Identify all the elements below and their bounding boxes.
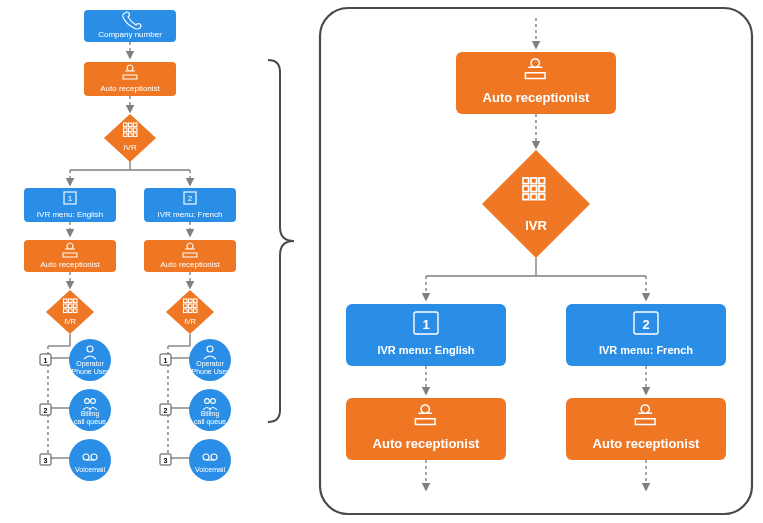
auto-receptionist-label: Auto receptionist: [100, 84, 160, 93]
company-number-label: Company number: [98, 30, 162, 39]
option-right-2: 2 Billing call queue: [160, 389, 231, 431]
zoom-ivr: IVR: [482, 150, 590, 258]
option-voicemail-label: Voicemail: [75, 466, 105, 473]
option-billing-label: Billing: [81, 410, 100, 418]
zoom-ivr-label: IVR: [525, 218, 547, 233]
key-1: 1: [44, 357, 48, 364]
brace: [268, 60, 294, 422]
zoom-ar-left-label: Auto receptionist: [373, 436, 481, 451]
node-ivr-top: IVR: [104, 114, 156, 162]
svg-marker-56: [482, 150, 590, 258]
svg-marker-31: [104, 114, 156, 162]
ivr-menu-french-label: IVR menu: French: [158, 210, 223, 219]
key-1: 1: [164, 357, 168, 364]
mini-flowchart: Company number Auto receptionist IVR 1 I…: [24, 10, 236, 481]
option-billing-sub: call queue: [194, 418, 226, 426]
ivr-right-label: IVR: [184, 318, 196, 325]
zoom-ivr-menu-english: 1 IVR menu: English: [346, 304, 506, 366]
svg-rect-59: [346, 304, 506, 366]
zoom-auto-receptionist-label: Auto receptionist: [483, 90, 591, 105]
node-auto-receptionist-right: Auto receptionist: [144, 240, 236, 272]
zoom-ar-right-label: Auto receptionist: [593, 436, 701, 451]
node-ivr-right: IVR: [166, 290, 214, 334]
zoom-digit-2: 2: [642, 317, 649, 332]
option-operator-label: Operator: [76, 360, 104, 368]
option-operator-sub: (Phone User): [69, 368, 111, 376]
digit-1: 1: [68, 194, 73, 203]
digit-2: 2: [188, 194, 193, 203]
ivr-label: IVR: [123, 143, 137, 152]
option-operator-label: Operator: [196, 360, 224, 368]
zoom-menu-french-label: IVR menu: French: [599, 344, 693, 356]
node-ivr-menu-english: 1 IVR menu: English: [24, 188, 116, 222]
option-right-3: 3 Voicemail: [160, 439, 231, 481]
zoom-auto-receptionist-right: Auto receptionist: [566, 398, 726, 460]
key-2: 2: [164, 407, 168, 414]
ivr-menu-english-label: IVR menu: English: [37, 210, 103, 219]
zoom-panel: Auto receptionist IVR 1 IVR menu: Englis…: [320, 8, 752, 514]
node-company-number: Company number: [84, 10, 176, 42]
key-3: 3: [164, 457, 168, 464]
ivr-left-label: IVR: [64, 318, 76, 325]
zoom-ivr-menu-french: 2 IVR menu: French: [566, 304, 726, 366]
option-billing-sub: call queue: [74, 418, 106, 426]
zoom-menu-english-label: IVR menu: English: [377, 344, 474, 356]
svg-rect-64: [566, 304, 726, 366]
option-left-3: 3 Voicemail: [40, 439, 111, 481]
auto-receptionist-left-label: Auto receptionist: [40, 260, 100, 269]
option-voicemail-label: Voicemail: [195, 466, 225, 473]
option-billing-label: Billing: [201, 410, 220, 418]
key-3: 3: [44, 457, 48, 464]
node-ivr-left: IVR: [46, 290, 94, 334]
node-auto-receptionist-top: Auto receptionist: [84, 62, 176, 96]
option-operator-sub: (Phone User): [189, 368, 231, 376]
zoom-auto-receptionist-left: Auto receptionist: [346, 398, 506, 460]
node-ivr-menu-french: 2 IVR menu: French: [144, 188, 236, 222]
option-left-2: 2 Billing call queue: [40, 389, 111, 431]
zoom-auto-receptionist: Auto receptionist: [456, 52, 616, 114]
node-auto-receptionist-left: Auto receptionist: [24, 240, 116, 272]
auto-receptionist-right-label: Auto receptionist: [160, 260, 220, 269]
zoom-digit-1: 1: [422, 317, 429, 332]
key-2: 2: [44, 407, 48, 414]
